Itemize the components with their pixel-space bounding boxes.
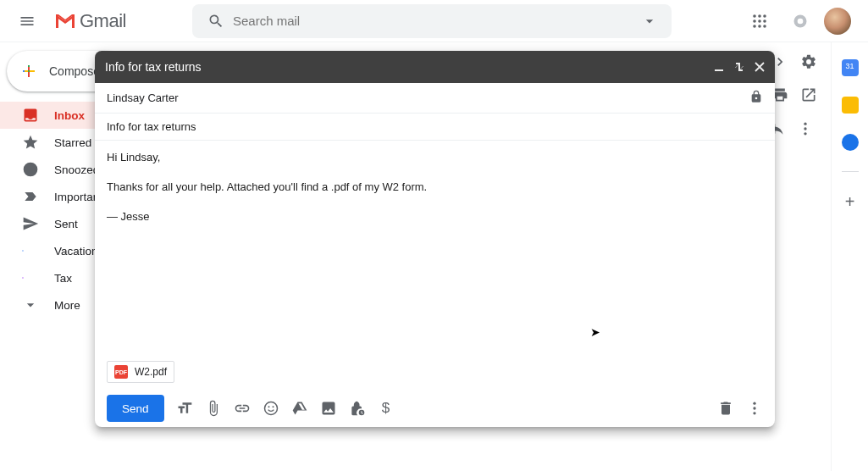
link-icon xyxy=(234,400,251,417)
confidential-mode-icon[interactable] xyxy=(749,90,763,106)
gmail-m-icon xyxy=(54,13,76,30)
calendar-addon[interactable] xyxy=(842,59,859,76)
get-addons-button[interactable]: + xyxy=(845,192,855,212)
compose-window: Info for tax returns Lindsay Carter Info… xyxy=(95,51,775,427)
label-icon xyxy=(22,242,39,259)
recipient-chip[interactable]: Lindsay Carter xyxy=(107,91,179,104)
minimize-icon xyxy=(714,62,724,72)
svg-point-18 xyxy=(753,402,755,405)
search-icon xyxy=(207,13,224,30)
nav-label: Starred xyxy=(54,136,91,149)
open-in-new-icon xyxy=(800,86,817,103)
search-bar[interactable] xyxy=(192,4,672,38)
nav-label: Sent xyxy=(54,218,78,230)
confidential-button[interactable] xyxy=(349,400,366,417)
send-button[interactable]: Send xyxy=(107,395,164,422)
pdf-icon: PDF xyxy=(114,365,128,379)
logo-text: Gmail xyxy=(80,10,126,32)
subject-text: Info for tax returns xyxy=(107,120,196,133)
emoji-button[interactable] xyxy=(263,400,279,417)
star-icon xyxy=(22,134,39,151)
discard-button[interactable] xyxy=(717,400,734,417)
open-new-button[interactable] xyxy=(800,86,817,103)
fullscreen-button[interactable] xyxy=(734,62,744,72)
close-button[interactable] xyxy=(755,62,765,72)
label-icon xyxy=(22,269,39,286)
svg-point-15 xyxy=(264,402,277,415)
svg-point-5 xyxy=(763,19,766,23)
compose-footer: Send $ xyxy=(95,390,775,427)
compose-label: Compose xyxy=(49,64,100,78)
notifications-button[interactable] xyxy=(783,4,817,38)
settings-button[interactable] xyxy=(800,53,817,70)
clock-icon xyxy=(22,161,39,178)
more-vert-icon xyxy=(746,400,763,417)
attach-button[interactable] xyxy=(205,400,222,417)
attach-icon xyxy=(205,400,222,417)
image-icon xyxy=(320,400,337,417)
more-vert-icon xyxy=(797,120,814,137)
money-button[interactable]: $ xyxy=(378,400,395,417)
dollar-icon: $ xyxy=(382,400,390,417)
svg-point-2 xyxy=(763,14,766,18)
svg-point-4 xyxy=(758,19,761,23)
expand-icon xyxy=(734,62,744,72)
minimize-button[interactable] xyxy=(714,62,724,72)
svg-point-7 xyxy=(758,25,761,28)
sent-icon xyxy=(22,215,39,232)
svg-point-20 xyxy=(753,412,755,414)
svg-point-1 xyxy=(758,14,761,18)
svg-point-16 xyxy=(268,406,269,407)
body-greeting: Hi Lindsay, xyxy=(107,149,763,167)
gmail-logo[interactable]: Gmail xyxy=(47,10,133,32)
image-button[interactable] xyxy=(320,400,337,417)
link-button[interactable] xyxy=(234,400,251,417)
svg-point-6 xyxy=(753,25,756,28)
inbox-icon xyxy=(22,107,39,124)
svg-point-0 xyxy=(753,14,756,18)
trash-icon xyxy=(717,400,734,417)
svg-point-11 xyxy=(804,123,806,125)
subject-row[interactable]: Info for tax returns xyxy=(95,114,775,141)
keep-addon[interactable] xyxy=(842,97,859,114)
drive-icon xyxy=(291,400,308,417)
svg-point-3 xyxy=(753,19,756,23)
nav-label: More xyxy=(54,299,80,312)
search-options-icon[interactable] xyxy=(641,13,658,30)
body-signoff: — Jesse xyxy=(107,208,763,226)
bell-icon xyxy=(792,13,809,30)
tasks-addon[interactable] xyxy=(842,134,859,151)
side-panel: + xyxy=(831,42,868,471)
compose-body[interactable]: Hi Lindsay, Thanks for all your help. At… xyxy=(95,141,775,361)
svg-rect-14 xyxy=(715,69,723,71)
account-avatar[interactable] xyxy=(824,8,851,35)
nav-label: Snoozed xyxy=(54,163,99,176)
lock-clock-icon xyxy=(349,400,366,417)
more-button[interactable] xyxy=(797,120,814,137)
emoji-icon xyxy=(263,400,279,417)
apps-button[interactable] xyxy=(743,4,777,38)
chevron-down-icon xyxy=(22,296,39,313)
svg-point-8 xyxy=(763,25,766,28)
svg-point-12 xyxy=(804,127,806,130)
recipients-row[interactable]: Lindsay Carter xyxy=(95,83,775,114)
panel-divider xyxy=(842,171,859,172)
nav-label: Vacation xyxy=(54,245,98,258)
nav-label: Tax xyxy=(54,272,72,285)
body-main: Thanks for all your help. Attached you'l… xyxy=(107,179,763,197)
formatting-button[interactable] xyxy=(176,400,193,417)
compose-title: Info for tax returns xyxy=(105,60,202,74)
gear-icon xyxy=(800,53,817,70)
main-menu-button[interactable] xyxy=(7,1,47,42)
app-header: Gmail xyxy=(0,0,868,42)
close-icon xyxy=(755,62,765,72)
compose-header[interactable]: Info for tax returns xyxy=(95,51,775,83)
svg-point-13 xyxy=(804,132,806,135)
more-options-button[interactable] xyxy=(746,400,763,417)
svg-point-10 xyxy=(798,18,804,24)
drive-button[interactable] xyxy=(291,400,308,417)
apps-grid-icon xyxy=(752,14,767,29)
attachment-chip[interactable]: PDF W2.pdf xyxy=(107,361,174,383)
search-input[interactable] xyxy=(233,14,633,28)
plus-icon xyxy=(19,61,39,81)
